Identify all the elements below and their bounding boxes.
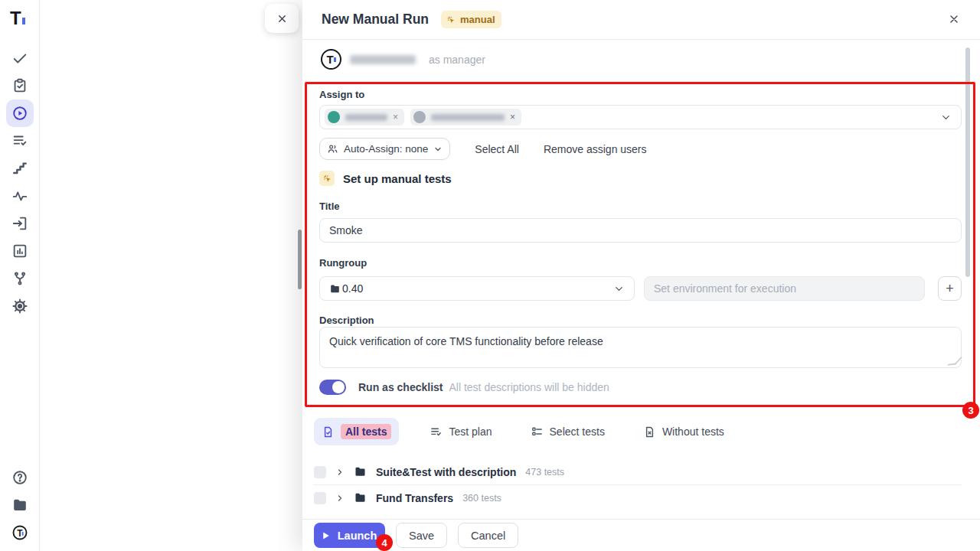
- rail-item-clipboard-check[interactable]: [6, 72, 34, 99]
- doc-check-icon: [322, 425, 335, 439]
- runs-list-scrollbar[interactable]: [298, 230, 302, 289]
- tab-without-tests[interactable]: Without tests: [635, 419, 732, 445]
- tab-all-tests[interactable]: All tests: [314, 418, 399, 445]
- description-textarea[interactable]: Quick verification of core TMS functiona…: [319, 327, 962, 368]
- rail-item-folder[interactable]: [6, 491, 34, 519]
- annotation-step-3-badge: 3: [962, 402, 979, 419]
- rail-item-help[interactable]: [6, 464, 34, 491]
- assign-actions-row: Auto-Assign: none Select All Remove assi…: [319, 138, 647, 160]
- manual-cursor-icon: [319, 171, 335, 186]
- rail-item-fork[interactable]: [6, 265, 34, 292]
- close-icon: [948, 13, 960, 25]
- assigned-user-chip[interactable]: ×: [325, 109, 404, 126]
- check-icon: [11, 50, 28, 67]
- remove-chip-icon[interactable]: ×: [510, 112, 515, 122]
- run-as-checklist-label: Run as checklist: [358, 381, 443, 393]
- chevron-right-icon[interactable]: [335, 494, 345, 503]
- rail-item-pulse[interactable]: [6, 182, 34, 210]
- test-source-tabs: All testsTest planSelect testsWithout te…: [314, 418, 732, 445]
- rail-item-list-check[interactable]: [6, 127, 34, 155]
- tab-label: Select tests: [550, 425, 605, 438]
- assigned-user-chip[interactable]: ×: [410, 109, 521, 126]
- title-input[interactable]: Smoke: [319, 218, 962, 243]
- run-as-checklist-toggle[interactable]: [319, 380, 346, 395]
- import-icon: [11, 215, 28, 232]
- close-icon: [276, 13, 288, 24]
- drawer-title: New Manual Run: [322, 11, 429, 28]
- save-button[interactable]: Save: [396, 523, 447, 548]
- setup-manual-tests-heading: Set up manual tests: [319, 171, 452, 186]
- rail-item-import[interactable]: [6, 210, 34, 237]
- doc-x-icon: [643, 425, 656, 439]
- manual-cursor-icon: [446, 15, 456, 25]
- steps-icon: [11, 160, 28, 177]
- description-label: Description: [319, 315, 374, 326]
- remove-assign-users-link[interactable]: Remove assign users: [544, 143, 647, 155]
- new-manual-run-drawer: New Manual Run manual T as manager Assig…: [302, 0, 980, 551]
- redacted-manager-name: [350, 55, 416, 64]
- cancel-button[interactable]: Cancel: [458, 523, 518, 548]
- tab-label: Test plan: [449, 425, 492, 438]
- redacted-user-name: [431, 114, 505, 121]
- rail-item-play-circle[interactable]: [6, 99, 34, 127]
- add-environment-button[interactable]: +: [938, 276, 962, 301]
- tab-label: Without tests: [662, 425, 724, 438]
- chevron-down-icon: [613, 283, 625, 295]
- tab-select-tests[interactable]: Select tests: [523, 419, 612, 445]
- chevron-down-icon[interactable]: [940, 112, 952, 123]
- tab-test-plan[interactable]: Test plan: [422, 419, 499, 445]
- user-avatar: [328, 111, 340, 123]
- annotation-step-4-badge: 4: [376, 534, 393, 551]
- remove-chip-icon[interactable]: ×: [393, 112, 398, 122]
- folder-icon: [354, 491, 367, 504]
- manager-note: as manager: [429, 54, 485, 66]
- manual-type-badge: manual: [441, 11, 501, 28]
- rail-item-logo-badge[interactable]: T: [6, 519, 34, 546]
- run-as-checklist-hint: All test descriptions will be hidden: [449, 381, 609, 393]
- rungroup-select[interactable]: 0.40: [319, 276, 635, 301]
- fork-icon: [11, 270, 28, 287]
- folder-icon: [354, 465, 367, 478]
- rail-item-steps[interactable]: [6, 155, 34, 182]
- suite-test-count: 360 tests: [462, 493, 501, 504]
- clipboard-check-icon: [11, 77, 28, 94]
- manager-avatar: T: [321, 49, 341, 70]
- rail-item-check[interactable]: [6, 44, 34, 72]
- gear-icon: [11, 298, 28, 315]
- panel-close-button[interactable]: [265, 4, 299, 33]
- drawer-close-button[interactable]: [948, 13, 960, 28]
- title-label: Title: [319, 201, 340, 212]
- suite-name: Suite&Test with description: [376, 466, 516, 478]
- logo-badge-icon: T: [11, 524, 28, 541]
- suite-checkbox[interactable]: [314, 492, 326, 504]
- suite-row[interactable]: Fund Transfers360 tests: [314, 485, 962, 510]
- suite-name: Fund Transfers: [376, 492, 453, 504]
- environment-input[interactable]: Set environment for execution: [644, 276, 925, 301]
- select-all-link[interactable]: Select All: [475, 143, 519, 155]
- rail-item-gear[interactable]: [6, 292, 34, 320]
- suite-checkbox[interactable]: [314, 466, 326, 478]
- chevron-right-icon[interactable]: [335, 468, 345, 477]
- drawer-scrollbar[interactable]: [965, 47, 970, 277]
- users-icon: [327, 143, 338, 155]
- suite-row[interactable]: Suite&Test with description473 tests: [314, 459, 962, 484]
- launch-button[interactable]: Launch: [314, 523, 385, 548]
- auto-assign-button[interactable]: Auto-Assign: none: [319, 138, 450, 160]
- play-circle-icon: [11, 105, 28, 122]
- folder-icon: [11, 497, 28, 514]
- assign-to-label: Assign to: [319, 89, 364, 100]
- chevron-down-icon: [433, 145, 443, 154]
- help-icon: [11, 469, 28, 486]
- tab-label: All tests: [341, 424, 391, 439]
- redacted-user-name: [345, 114, 387, 121]
- folder-icon: [329, 283, 342, 295]
- rail-item-bar-chart[interactable]: [6, 237, 34, 265]
- app-logo: T: [10, 8, 25, 29]
- checklist-icon: [531, 425, 544, 439]
- rungroup-label: Rungroup: [319, 257, 367, 269]
- suite-test-count: 473 tests: [525, 467, 564, 478]
- assign-to-multiselect[interactable]: × ×: [319, 105, 962, 129]
- run-manager-row: T as manager: [321, 49, 485, 70]
- drawer-header: New Manual Run manual: [302, 0, 980, 40]
- bar-chart-icon: [11, 243, 28, 259]
